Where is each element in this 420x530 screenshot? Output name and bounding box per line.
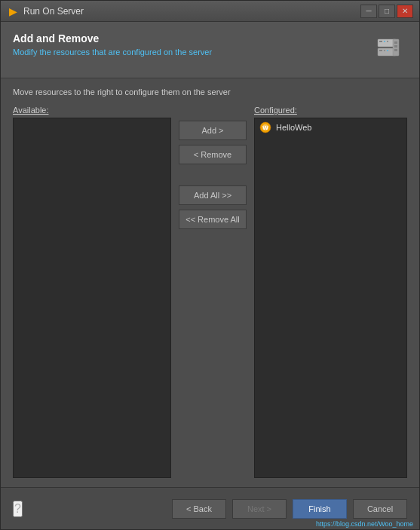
footer: ? < Back Next > Finish Cancel https://bl…: [1, 487, 419, 529]
header-icon: [369, 32, 407, 70]
svg-rect-3: [387, 41, 388, 42]
helloweb-icon: W: [259, 121, 271, 133]
help-button[interactable]: ?: [13, 501, 23, 517]
transfer-buttons-section: Add > < Remove Add All >> << Remove All: [171, 106, 254, 478]
server-icon: [372, 35, 405, 68]
configured-label: Configured:: [254, 106, 407, 115]
header-section: Add and Remove Modify the resources that…: [1, 22, 419, 78]
header-subtitle: Modify the resources that are configured…: [13, 47, 369, 57]
content-area: Move resources to the right to configure…: [1, 78, 419, 487]
header-text: Add and Remove Modify the resources that…: [13, 32, 369, 57]
svg-rect-6: [384, 50, 385, 51]
svg-rect-11: [394, 49, 397, 51]
add-button[interactable]: Add >: [179, 121, 247, 140]
instruction-text: Move resources to the right to configure…: [13, 87, 407, 97]
add-all-button[interactable]: Add All >>: [179, 185, 247, 205]
header-title: Add and Remove: [13, 32, 369, 44]
close-button[interactable]: ✕: [397, 5, 413, 18]
title-bar: ▶ Run On Server ─ □ ✕: [1, 1, 419, 22]
svg-rect-10: [394, 45, 397, 47]
available-label: Available:: [13, 106, 171, 115]
available-section: Available:: [13, 106, 171, 478]
minimize-button[interactable]: ─: [360, 5, 377, 18]
finish-button[interactable]: Finish: [293, 499, 347, 519]
run-on-server-window: ▶ Run On Server ─ □ ✕ Add and Remove Mod…: [0, 0, 420, 530]
remove-all-button[interactable]: << Remove All: [179, 210, 247, 229]
cancel-button[interactable]: Cancel: [353, 499, 407, 519]
svg-rect-1: [379, 41, 382, 42]
configured-item[interactable]: W HelloWeb: [255, 118, 406, 136]
maximize-button[interactable]: □: [379, 5, 395, 18]
configured-list[interactable]: W HelloWeb: [254, 118, 407, 478]
svg-rect-9: [394, 41, 397, 44]
title-bar-controls: ─ □ ✕: [360, 5, 413, 18]
panels-row: Available: Add > < Remove Add All >> << …: [13, 106, 407, 478]
configured-section: Configured: W HelloWeb: [254, 106, 407, 478]
remove-button[interactable]: < Remove: [179, 145, 247, 164]
svg-rect-7: [387, 50, 388, 51]
next-button[interactable]: Next >: [232, 499, 287, 519]
footer-buttons: < Back Next > Finish Cancel: [172, 499, 407, 519]
helloweb-label: HelloWeb: [276, 123, 312, 132]
watermark: https://blog.csdn.net/Woo_home: [316, 520, 413, 528]
available-list[interactable]: [13, 118, 171, 478]
title-bar-title: Run On Server: [23, 6, 360, 17]
title-bar-icon: ▶: [7, 5, 19, 17]
back-button[interactable]: < Back: [172, 499, 226, 519]
svg-text:W: W: [262, 124, 268, 131]
svg-rect-2: [384, 41, 385, 42]
svg-rect-5: [379, 50, 382, 51]
